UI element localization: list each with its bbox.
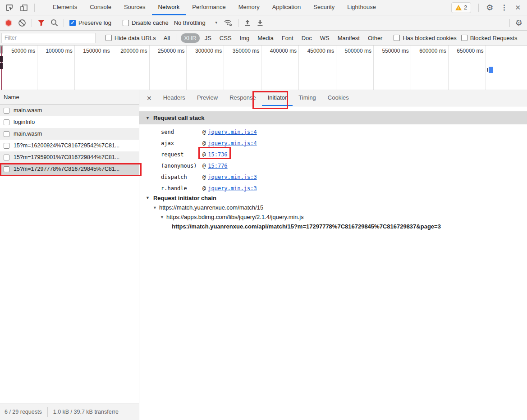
request-name: main.wasm	[14, 131, 42, 137]
blocked-requests-checkbox[interactable]	[461, 35, 467, 41]
frame-location-link[interactable]: jquery.min.js:4	[208, 140, 257, 146]
filter-pill-manifest[interactable]: Manifest	[335, 33, 363, 43]
close-details-icon[interactable]: ✕	[139, 90, 157, 106]
filter-pill-media[interactable]: Media	[254, 33, 276, 43]
initiator-chain-item-current[interactable]: https://match.yuanrenxue.com/api/match/1…	[139, 222, 527, 231]
disable-cache-control[interactable]: Disable cache	[123, 19, 169, 26]
tab-console[interactable]: Console	[83, 0, 118, 15]
request-row[interactable]: 15?m=17959001%7C816729844%7C81...	[0, 151, 139, 163]
tree-expand-arrow-icon[interactable]: ▼	[153, 205, 157, 210]
throttling-select[interactable]: No throttling ▼	[174, 19, 218, 26]
tab-initiator[interactable]: Initiator	[262, 90, 293, 106]
filter-pill-xhr[interactable]: XHR	[181, 33, 199, 43]
stack-frame: send @ jquery.min.js:4	[139, 126, 527, 137]
request-row[interactable]: loginInfo	[0, 116, 139, 128]
filter-pill-ws[interactable]: WS	[317, 33, 333, 43]
frame-function: dispatch	[161, 174, 202, 180]
close-devtools-icon[interactable]: ✕	[515, 4, 521, 12]
tab-headers[interactable]: Headers	[157, 90, 191, 106]
filter-funnel-icon[interactable]	[37, 19, 45, 27]
timeline-tick: 250000 ms	[150, 46, 187, 90]
request-call-stack-section-header[interactable]: ▼ Request call stack	[139, 111, 527, 124]
frame-location-link[interactable]: jquery.min.js:3	[208, 185, 257, 192]
preserve-log-checkbox[interactable]: ✓	[69, 20, 76, 26]
has-blocked-cookies-checkbox[interactable]	[394, 35, 400, 41]
request-row-checkbox[interactable]	[4, 166, 9, 172]
request-initiator-chain-section-header[interactable]: ▼ Request initiator chain	[139, 192, 527, 204]
tab-lighthouse[interactable]: Lighthouse	[341, 0, 382, 15]
warning-icon: !	[455, 5, 462, 10]
filter-pill-img[interactable]: Img	[237, 33, 253, 43]
tab-elements[interactable]: Elements	[46, 0, 83, 15]
tab-security[interactable]: Security	[307, 0, 341, 15]
frame-at: @	[202, 174, 206, 180]
frame-location-link[interactable]: jquery.min.js:3	[208, 174, 257, 180]
tab-sources[interactable]: Sources	[118, 0, 152, 15]
preserve-log-label: Preserve log	[78, 19, 111, 26]
frame-location-link[interactable]: 15:776	[208, 163, 227, 169]
request-details-tab-bar: ✕ Headers Preview Response Initiator Tim…	[139, 90, 527, 106]
filter-pill-doc[interactable]: Doc	[298, 33, 315, 43]
tab-cookies[interactable]: Cookies	[322, 90, 355, 106]
network-conditions-icon[interactable]	[224, 19, 233, 27]
filter-pill-font[interactable]: Font	[279, 33, 297, 43]
frame-location-link[interactable]: jquery.min.js:4	[208, 129, 257, 135]
request-row-checkbox[interactable]	[4, 143, 9, 149]
kebab-menu-icon[interactable]: ⋮	[500, 3, 508, 12]
filter-pill-css[interactable]: CSS	[216, 33, 235, 43]
request-row[interactable]: main.wasm	[0, 105, 139, 116]
initiator-chain-tree: ▼ https://match.yuanrenxue.com/match/15 …	[139, 203, 527, 231]
device-toolbar-icon[interactable]	[20, 4, 28, 12]
tree-expand-arrow-icon[interactable]: ▼	[160, 215, 164, 219]
tab-application[interactable]: Application	[266, 0, 307, 15]
has-blocked-cookies-control[interactable]: Has blocked cookies	[394, 35, 456, 41]
tab-timing[interactable]: Timing	[293, 90, 322, 106]
record-network-log-icon[interactable]	[5, 19, 13, 27]
frame-function: r.handle	[161, 185, 202, 192]
frame-location-link[interactable]: 15:736	[208, 151, 227, 158]
request-row-checkbox[interactable]	[4, 108, 9, 114]
requests-list: main.wasm loginInfo main.wasm 15?m=16200…	[0, 105, 139, 175]
request-row-checkbox[interactable]	[4, 119, 9, 125]
timeline-tick: 50000 ms	[0, 46, 37, 90]
issues-warning-badge[interactable]: ! 2	[451, 2, 471, 13]
request-name: 15?m=17959001%7C816729844%7C81...	[14, 154, 119, 160]
network-overview-timeline[interactable]: 50000 ms 100000 ms 150000 ms 200000 ms 2…	[0, 46, 527, 90]
request-row[interactable]: main.wasm	[0, 128, 139, 140]
divider	[509, 19, 510, 27]
requests-name-column-header[interactable]: Name	[0, 90, 139, 105]
preserve-log-control[interactable]: ✓ Preserve log	[69, 19, 111, 26]
transferred-summary: 1.0 kB / 39.7 kB transferre	[53, 409, 119, 415]
tab-preview[interactable]: Preview	[191, 90, 224, 106]
request-name: main.wasm	[14, 107, 42, 114]
hide-data-urls-control[interactable]: Hide data URLs	[105, 35, 156, 41]
request-row[interactable]: 15?m=16200924%7C816729542%7C81...	[0, 140, 139, 151]
request-row-selected[interactable]: 15?m=17297778%7C816729845%7C81...	[0, 163, 139, 175]
tab-network[interactable]: Network	[152, 0, 186, 15]
request-row-checkbox[interactable]	[4, 155, 9, 160]
filter-pill-all[interactable]: All	[160, 33, 173, 43]
search-icon[interactable]	[50, 19, 58, 27]
divider	[32, 19, 32, 27]
settings-gear-icon[interactable]: ⚙	[486, 3, 493, 13]
import-har-icon[interactable]	[244, 19, 251, 27]
hide-data-urls-label: Hide data URLs	[115, 35, 156, 41]
filter-input[interactable]	[1, 33, 96, 43]
hide-data-urls-checkbox[interactable]	[105, 35, 112, 41]
filter-pill-js[interactable]: JS	[202, 33, 215, 43]
filter-pill-other[interactable]: Other	[365, 33, 386, 43]
blocked-requests-control[interactable]: Blocked Requests	[461, 35, 518, 41]
stack-frame: request @ 15:736	[139, 149, 527, 160]
request-row-checkbox[interactable]	[4, 131, 9, 137]
export-har-icon[interactable]	[257, 19, 264, 27]
timeline-tick: 650000 ms	[449, 46, 486, 90]
initiator-chain-item[interactable]: ▼ https://apps.bdimg.com/libs/jquery/2.1…	[139, 212, 527, 222]
tab-memory[interactable]: Memory	[232, 0, 266, 15]
tab-response[interactable]: Response	[224, 90, 262, 106]
initiator-chain-item[interactable]: ▼ https://match.yuanrenxue.com/match/15	[139, 203, 527, 212]
network-settings-gear-icon[interactable]: ⚙	[515, 18, 522, 28]
tab-performance[interactable]: Performance	[186, 0, 232, 15]
clear-network-log-icon[interactable]	[18, 19, 26, 27]
disable-cache-checkbox[interactable]	[123, 20, 129, 26]
inspect-element-icon[interactable]	[5, 4, 14, 12]
